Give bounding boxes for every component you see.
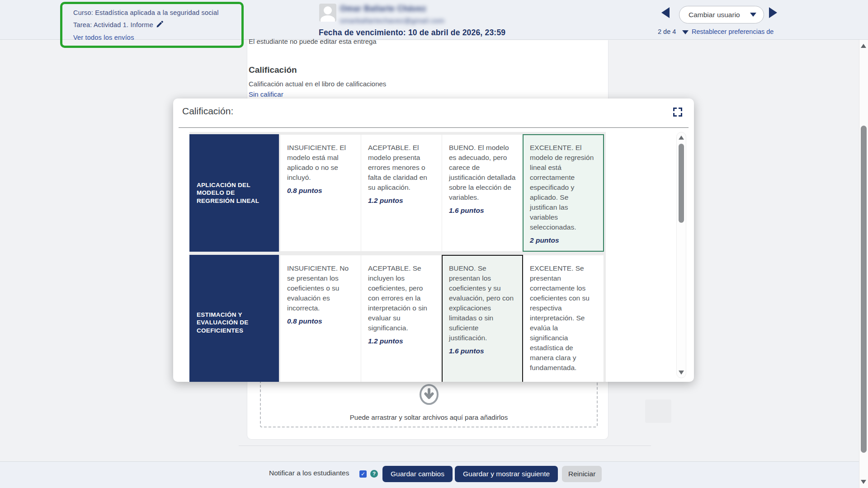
gradebook-current-value[interactable]: Sin calificar: [249, 90, 283, 98]
rubric-row: ESTIMACIÓN Y EVALUACIÓN DE COEFICIENTESI…: [189, 255, 606, 382]
modal-scrollbar-thumb[interactable]: [679, 144, 684, 223]
user-email: omarballartechavez@gmail.com: [340, 17, 444, 24]
page-scroll-up-icon[interactable]: [861, 44, 866, 48]
page-scrollbar: [859, 40, 868, 488]
page-scroll-down-icon[interactable]: [861, 480, 866, 484]
avatar-head-shape: [324, 6, 332, 14]
modal-divider: [179, 127, 689, 128]
faint-background-box: [645, 399, 671, 423]
page-scrollbar-thumb[interactable]: [861, 126, 867, 453]
rubric-level-points: 0.8 puntos: [287, 317, 354, 325]
edit-pencil-icon[interactable]: [156, 20, 163, 32]
rubric-level-points: 1.2 puntos: [368, 337, 435, 345]
modal-scrollbar: [676, 132, 686, 378]
chevron-down-icon: [750, 13, 756, 17]
user-name: Omar Ballarte Chávez: [340, 4, 426, 14]
rubric-criterion-cell: ESTIMACIÓN Y EVALUACIÓN DE COEFICIENTES: [189, 255, 279, 382]
fullscreen-toggle-icon[interactable]: [673, 108, 682, 117]
rubric-level-description: BUENO. Se presentan los coeficientes y s…: [449, 263, 516, 343]
rubric-level-description: ACEPTABLE. El modelo presenta errores me…: [368, 143, 435, 192]
edit-locked-notice: El estudiante no puede editar esta entre…: [249, 38, 377, 45]
grade-section-heading: Calificación: [249, 65, 297, 75]
rubric-row: APLICACIÓN DEL MODELO DE REGRESIÓN LINEA…: [189, 134, 606, 252]
next-user-icon[interactable]: [769, 7, 777, 18]
rubric-level-description: INSUFICIENTE. El modelo está mal aplicad…: [287, 143, 354, 183]
filter-dropdown-icon[interactable]: [682, 30, 689, 34]
rubric-level-points: 2 puntos: [530, 236, 597, 244]
section-divider: [239, 446, 651, 446]
save-changes-button[interactable]: Guardar cambios: [382, 466, 453, 482]
annotation-highlight-box: Curso: Estadística aplicada a la segurid…: [60, 2, 244, 48]
notify-students-checkbox[interactable]: ✓: [359, 470, 367, 478]
rubric-level-points: 0.8 puntos: [287, 187, 354, 195]
save-show-next-button[interactable]: Guardar y mostrar siguiente: [455, 466, 558, 482]
rubric-level-cell[interactable]: INSUFICIENTE. No se presentan los coefic…: [280, 255, 361, 382]
view-all-submissions-link[interactable]: Ver todos los envíos: [73, 34, 134, 41]
download-arrow-icon: [419, 384, 439, 407]
rubric-level-description: ACEPTABLE. Se incluyen los coeficientes,…: [368, 263, 435, 333]
rubric-level-cell[interactable]: EXCELENTE. Se presentan correctamente lo…: [523, 255, 604, 382]
previous-user-icon[interactable]: [661, 7, 670, 18]
rubric-table: APLICACIÓN DEL MODELO DE REGRESIÓN LINEA…: [189, 132, 606, 382]
rubric-criterion-cell: APLICACIÓN DEL MODELO DE REGRESIÓN LINEA…: [189, 134, 279, 252]
rubric-level-cell[interactable]: EXCELENTE. El modelo de regresión lineal…: [523, 134, 604, 252]
change-user-label: Cambiar usuario: [689, 11, 750, 19]
rubric-level-cell[interactable]: BUENO. Se presentan los coeficientes y s…: [442, 255, 523, 382]
rubric-level-description: EXCELENTE. El modelo de regresión lineal…: [530, 143, 597, 232]
pagination-counter: 2 de 4: [658, 28, 676, 35]
dropzone-hint: Puede arrastrar y soltar archivos aquí p…: [261, 413, 597, 421]
reset-button[interactable]: Reiniciar: [562, 466, 602, 482]
rubric-level-cell[interactable]: ACEPTABLE. Se incluyen los coeficientes,…: [361, 255, 442, 382]
modal-title: Calificación:: [182, 106, 233, 117]
rubric-level-points: 1.6 puntos: [449, 206, 516, 215]
rubric-level-cell[interactable]: INSUFICIENTE. El modelo está mal aplicad…: [280, 134, 361, 252]
course-label: Curso: Estadística aplicada a la segurid…: [73, 7, 237, 19]
gradebook-current-label: Calificación actual en el libro de calif…: [249, 80, 386, 88]
rubric-level-cell[interactable]: BUENO. El modelo es adecuado, pero carec…: [442, 134, 523, 252]
due-date-label: Fecha de vencimiento: 10 de abril de 202…: [319, 28, 505, 38]
scroll-down-icon[interactable]: [679, 371, 684, 375]
change-user-select[interactable]: Cambiar usuario: [679, 6, 764, 23]
avatar-body-shape: [321, 15, 335, 22]
rubric-level-description: EXCELENTE. Se presentan correctamente lo…: [530, 263, 597, 373]
grading-page: Curso: Estadística aplicada a la segurid…: [0, 0, 868, 488]
rubric-level-description: BUENO. El modelo es adecuado, pero carec…: [449, 143, 516, 202]
user-avatar: [319, 4, 336, 22]
notify-students-label: Notificar a los estudiantes: [269, 469, 349, 477]
grading-modal: Calificación: APLICACIÓN DEL MODELO DE R…: [173, 99, 694, 382]
rubric-level-points: 1.2 puntos: [368, 197, 435, 205]
file-dropzone[interactable]: Puede arrastrar y soltar archivos aquí p…: [260, 379, 598, 427]
task-label: Tarea: Actividad 1. Informe: [73, 19, 237, 32]
rubric-level-points: 1.6 puntos: [449, 347, 516, 355]
scroll-up-icon[interactable]: [679, 136, 684, 140]
rubric-level-cell[interactable]: ACEPTABLE. El modelo presenta errores me…: [361, 134, 442, 252]
help-icon[interactable]: ?: [370, 470, 378, 478]
reset-preferences-link[interactable]: Restablecer preferencias de: [692, 28, 774, 35]
rubric-level-description: INSUFICIENTE. No se presentan los coefic…: [287, 263, 354, 313]
